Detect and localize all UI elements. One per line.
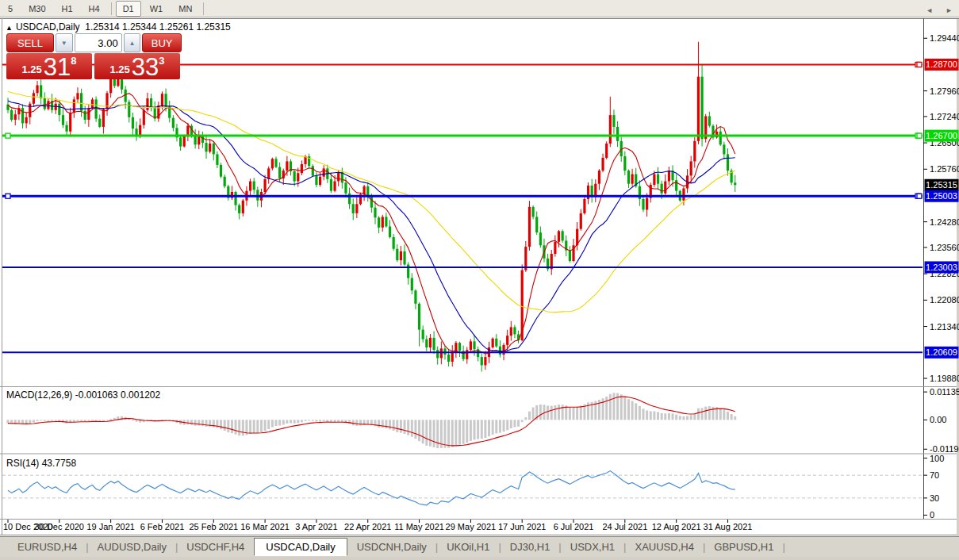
- buy-quote-button[interactable]: 1.25 33 3: [94, 53, 180, 79]
- rsi-value: 43.7758: [42, 458, 76, 469]
- tab-scroll-right-icon[interactable]: ►: [946, 6, 953, 14]
- price-tag-1.20609: 1.20609: [925, 347, 959, 359]
- timeframe-toolbar: 5M30H1H4D1W1MN: [0, 0, 959, 17]
- svg-text:1.28700: 1.28700: [926, 59, 957, 69]
- tab-scroll-left-icon[interactable]: ◄: [926, 6, 933, 14]
- svg-text:1.25315: 1.25315: [926, 180, 957, 190]
- svg-text:1.23560: 1.23560: [930, 243, 959, 252]
- toolbar-separator: [111, 2, 112, 15]
- sell-price-prefix: 1.25: [21, 63, 41, 75]
- tab-scroll-buttons: ◄ ►: [926, 6, 953, 14]
- svg-text:0: 0: [930, 510, 934, 520]
- svg-text:16 Mar 2021: 16 Mar 2021: [240, 522, 290, 531]
- status-strip: [0, 557, 959, 560]
- volume-increase-button[interactable]: ▲: [124, 33, 141, 52]
- timeframe-button-H4[interactable]: H4: [82, 1, 107, 17]
- buy-price-pipette: 3: [159, 55, 164, 67]
- svg-text:1.27240: 1.27240: [930, 112, 959, 121]
- chart-tab-AUDUSD-Daily[interactable]: AUDUSD,Daily: [90, 539, 175, 555]
- chart-tab-USDX-H1[interactable]: USDX,H1: [562, 539, 623, 555]
- svg-text:6 Feb 2021: 6 Feb 2021: [140, 522, 185, 531]
- macd-value-1: -0.001063: [75, 389, 118, 401]
- sell-price-pipette: 8: [71, 55, 76, 67]
- trading-terminal-window: 5M30H1H4D1W1MN 1.294401.279601.272401.26…: [0, 0, 959, 560]
- timeframe-button-5[interactable]: 5: [1, 1, 20, 17]
- svg-text:22 Apr 2021: 22 Apr 2021: [344, 522, 391, 531]
- collapse-panel-icon[interactable]: ▲: [6, 24, 13, 32]
- macd-value-2: 0.001202: [121, 389, 160, 401]
- svg-text:70: 70: [930, 470, 939, 480]
- chart-tab-bar: EURUSD,H4|AUDUSD,Daily|USDCHF,H4USDCAD,D…: [0, 536, 959, 557]
- svg-text:1.21340: 1.21340: [930, 322, 959, 332]
- svg-text:31 Aug 2021: 31 Aug 2021: [704, 522, 753, 531]
- sell-button[interactable]: SELL: [6, 33, 54, 52]
- svg-text:30 Dec 2020: 30 Dec 2020: [35, 522, 84, 531]
- svg-text:1.27960: 1.27960: [930, 86, 959, 96]
- svg-text:1.23003: 1.23003: [926, 263, 957, 272]
- timeframe-button-M30[interactable]: M30: [21, 1, 52, 17]
- svg-text:1.20609: 1.20609: [926, 347, 957, 357]
- chart-tab-USDCNH-Daily[interactable]: USDCNH,Daily: [349, 539, 435, 555]
- svg-text:100: 100: [930, 454, 944, 463]
- svg-text:1.25003: 1.25003: [926, 191, 957, 201]
- buy-button[interactable]: BUY: [142, 33, 182, 52]
- chart-tab-EURUSD-H4[interactable]: EURUSD,H4: [10, 539, 85, 555]
- svg-text:1.25760: 1.25760: [930, 164, 959, 174]
- chart-tab-DJ30-H1[interactable]: DJ30,H1: [502, 539, 558, 555]
- svg-text:1.29440: 1.29440: [930, 33, 959, 43]
- svg-text:30: 30: [930, 493, 939, 503]
- svg-text:25 Feb 2021: 25 Feb 2021: [189, 522, 238, 531]
- buy-price-prefix: 1.25: [109, 63, 129, 75]
- svg-text:6 Jul 2021: 6 Jul 2021: [554, 522, 594, 531]
- timeframe-button-W1[interactable]: W1: [143, 1, 171, 17]
- svg-text:29 May 2021: 29 May 2021: [446, 522, 497, 531]
- svg-text:11 May 2021: 11 May 2021: [394, 522, 444, 531]
- svg-text:1.26700: 1.26700: [926, 131, 957, 140]
- svg-text:19 Jan 2021: 19 Jan 2021: [86, 522, 135, 531]
- svg-text:-0.01190: -0.01190: [930, 444, 959, 454]
- timeframe-button-MN[interactable]: MN: [171, 1, 199, 17]
- toolbar-separator: [203, 2, 204, 15]
- chart-tab-XAUUSD-H4[interactable]: XAUUSD,H4: [627, 539, 702, 555]
- chart-symbol-period: USDCAD,Daily: [16, 21, 80, 33]
- time-axis[interactable]: 10 Dec 202030 Dec 202019 Jan 20216 Feb 2…: [3, 520, 752, 531]
- svg-text:24 Jul 2021: 24 Jul 2021: [602, 522, 647, 531]
- svg-text:12 Aug 2021: 12 Aug 2021: [652, 522, 701, 531]
- tab-separator: |: [781, 541, 785, 553]
- one-click-trading-panel: SELL ▼ ▲ BUY 1.25 31 8 1.25 33 3: [6, 33, 182, 79]
- timeframe-button-D1[interactable]: D1: [116, 1, 141, 17]
- price-chart-canvas[interactable]: 1.294401.279601.272401.265001.257601.242…: [0, 0, 959, 560]
- svg-text:17 Jun 2021: 17 Jun 2021: [498, 522, 547, 531]
- volume-decrease-button[interactable]: ▼: [56, 33, 73, 52]
- sell-price-big-digits: 31: [44, 56, 71, 79]
- svg-text:3 Apr 2021: 3 Apr 2021: [295, 522, 337, 531]
- chart-tab-USDCHF-H4[interactable]: USDCHF,H4: [178, 539, 252, 555]
- svg-text:1.24280: 1.24280: [930, 217, 959, 227]
- macd-name: MACD(12,26,9): [6, 389, 72, 401]
- sell-quote-button[interactable]: 1.25 31 8: [6, 53, 92, 79]
- chart-tab-USDCAD-Daily[interactable]: USDCAD,Daily: [254, 538, 347, 556]
- chart-tab-UKOil-H1[interactable]: UKOil,H1: [439, 539, 497, 555]
- svg-text:1.22080: 1.22080: [930, 295, 959, 305]
- macd-indicator-label: MACD(12,26,9) -0.001063 0.001202: [6, 389, 160, 401]
- buy-price-big-digits: 33: [132, 56, 159, 79]
- svg-text:0.01135: 0.01135: [930, 387, 959, 397]
- rsi-indicator-label: RSI(14) 43.7758: [6, 458, 76, 469]
- price-tag-1.25315: 1.25315: [925, 179, 959, 191]
- timeframe-button-H1[interactable]: H1: [55, 1, 80, 17]
- rsi-name: RSI(14): [6, 458, 39, 469]
- svg-text:1.19880: 1.19880: [930, 374, 959, 383]
- price-tag-1.23003: 1.23003: [925, 261, 959, 273]
- chart-title-bar: ▲USDCAD,Daily 1.25314 1.25344 1.25261 1.…: [6, 21, 231, 33]
- chart-ohlc-values: 1.25314 1.25344 1.25261 1.25315: [85, 21, 231, 33]
- svg-text:0.00: 0.00: [930, 415, 946, 424]
- chart-tab-GBPUSD-H1[interactable]: GBPUSD,H1: [706, 539, 781, 555]
- volume-input[interactable]: [75, 33, 122, 52]
